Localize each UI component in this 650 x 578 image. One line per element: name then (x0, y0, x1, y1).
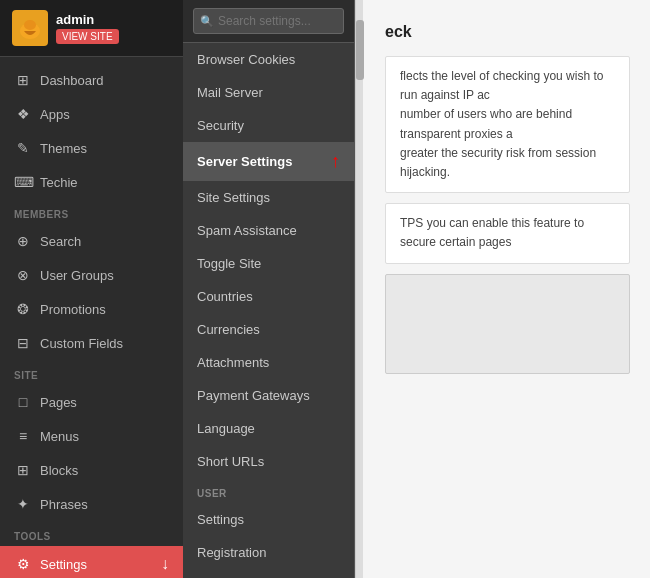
dropdown-item-payment-gateways[interactable]: Payment Gateways (183, 379, 354, 412)
content-text-4: TPS you can enable this feature to secur… (400, 214, 615, 252)
dropdown-item-label: Attachments (197, 355, 269, 370)
sidebar-item-apps[interactable]: ❖ Apps (0, 97, 183, 131)
dropdown-item-short-urls[interactable]: Short URLs (183, 445, 354, 478)
sidebar-item-techie[interactable]: ⌨ Techie (0, 165, 183, 199)
settings-arrow-indicator: ↓ (161, 555, 169, 573)
dropdown-item-browser-cookies[interactable]: Browser Cookies (183, 43, 354, 76)
dropdown-item-label: Site Settings (197, 190, 270, 205)
sidebar-item-label: Techie (40, 175, 78, 190)
search-icon: ⊕ (14, 233, 32, 249)
scrollbar-thumb[interactable] (356, 20, 364, 80)
sidebar-logo (12, 10, 48, 46)
pages-icon: □ (14, 394, 32, 410)
phrases-icon: ✦ (14, 496, 32, 512)
sidebar-item-label: Dashboard (40, 73, 104, 88)
sidebar-item-label: Blocks (40, 463, 78, 478)
sidebar-item-label: Phrases (40, 497, 88, 512)
sidebar-item-label: Menus (40, 429, 79, 444)
members-section-label: MEMBERS (0, 199, 183, 224)
sidebar-item-dashboard[interactable]: ⊞ Dashboard (0, 63, 183, 97)
sidebar-item-menus[interactable]: ≡ Menus (0, 419, 183, 453)
dropdown-item-label: Registration (197, 545, 266, 560)
sidebar-item-custom-fields[interactable]: ⊟ Custom Fields (0, 326, 183, 360)
sidebar-item-label: Custom Fields (40, 336, 123, 351)
sidebar-item-user-groups[interactable]: ⊗ User Groups (0, 258, 183, 292)
server-settings-arrow: ↑ (331, 151, 340, 172)
dropdown-search-container: 🔍 (183, 0, 354, 43)
dropdown-item-label: Short URLs (197, 454, 264, 469)
site-section-label: SITE (0, 360, 183, 385)
sidebar-header: admin VIEW SITE (0, 0, 183, 57)
dropdown-item-attachments[interactable]: Attachments (183, 346, 354, 379)
sidebar-item-label: Settings (40, 557, 87, 572)
sidebar-item-label: Pages (40, 395, 77, 410)
content-block-2: TPS you can enable this feature to secur… (385, 203, 630, 263)
settings-search-input[interactable] (193, 8, 344, 34)
svg-point-1 (24, 20, 36, 30)
dropdown-item-spam-assistance[interactable]: Spam Assistance (183, 214, 354, 247)
dropdown-item-server-settings[interactable]: Server Settings ↑ (183, 142, 354, 181)
content-text-1: flects the level of checking you wish to… (400, 67, 615, 105)
dashboard-icon: ⊞ (14, 72, 32, 88)
dropdown-item-site-settings[interactable]: Site Settings (183, 181, 354, 214)
sidebar-item-phrases[interactable]: ✦ Phrases (0, 487, 183, 521)
sidebar-item-settings[interactable]: ⚙ Settings ↓ (0, 546, 183, 578)
main-inner: eck flects the level of checking you wis… (365, 0, 650, 394)
search-wrapper: 🔍 (193, 8, 344, 34)
content-text-3: greater the security risk from session h… (400, 144, 615, 182)
dropdown-item-label: Security (197, 118, 244, 133)
sidebar-item-label: Search (40, 234, 81, 249)
sidebar-item-blocks[interactable]: ⊞ Blocks (0, 453, 183, 487)
apps-icon: ❖ (14, 106, 32, 122)
sidebar: admin VIEW SITE ⊞ Dashboard ❖ Apps ✎ The… (0, 0, 183, 578)
sidebar-item-promotions[interactable]: ❂ Promotions (0, 292, 183, 326)
settings-icon: ⚙ (14, 556, 32, 572)
dropdown-item-label: Toggle Site (197, 256, 261, 271)
dropdown-item-label: Currencies (197, 322, 260, 337)
dropdown-item-label: Language (197, 421, 255, 436)
page-title: eck (385, 20, 630, 44)
blocks-icon: ⊞ (14, 462, 32, 478)
dropdown-item-registration[interactable]: Registration (183, 536, 354, 569)
settings-dropdown-panel: 🔍 Browser Cookies Mail Server Security S… (183, 0, 355, 578)
dropdown-item-toggle-site[interactable]: Toggle Site (183, 247, 354, 280)
sidebar-item-label: Themes (40, 141, 87, 156)
sidebar-username: admin (56, 12, 119, 27)
custom-fields-icon: ⊟ (14, 335, 32, 351)
sidebar-item-label: Promotions (40, 302, 106, 317)
techie-icon: ⌨ (14, 174, 32, 190)
dropdown-item-security[interactable]: Security (183, 109, 354, 142)
scrollbar-track[interactable] (355, 0, 363, 578)
content-text-2: number of users who are behind transpare… (400, 105, 615, 143)
dropdown-item-label: Payment Gateways (197, 388, 310, 403)
tools-section-label: TOOLS (0, 521, 183, 546)
sidebar-nav: ⊞ Dashboard ❖ Apps ✎ Themes ⌨ Techie MEM… (0, 57, 183, 578)
search-icon: 🔍 (200, 15, 214, 28)
sidebar-item-themes[interactable]: ✎ Themes (0, 131, 183, 165)
dropdown-item-mail-server[interactable]: Mail Server (183, 76, 354, 109)
sidebar-item-pages[interactable]: □ Pages (0, 385, 183, 419)
dropdown-item-label: Settings (197, 512, 244, 527)
dropdown-item-language[interactable]: Language (183, 412, 354, 445)
user-groups-icon: ⊗ (14, 267, 32, 283)
dropdown-item-label: Mail Server (197, 85, 263, 100)
dropdown-item-relationship-statues[interactable]: Relationship Statues (183, 569, 354, 578)
menus-icon: ≡ (14, 428, 32, 444)
dropdown-item-user-settings[interactable]: Settings (183, 503, 354, 536)
dropdown-item-label: Countries (197, 289, 253, 304)
user-section-label: USER (183, 478, 354, 503)
promotions-icon: ❂ (14, 301, 32, 317)
sidebar-item-search[interactable]: ⊕ Search (0, 224, 183, 258)
grey-content-block (385, 274, 630, 374)
dropdown-item-currencies[interactable]: Currencies (183, 313, 354, 346)
dropdown-item-label: Spam Assistance (197, 223, 297, 238)
dropdown-item-label: Server Settings (197, 154, 292, 169)
main-content: eck flects the level of checking you wis… (355, 0, 650, 578)
content-block-1: flects the level of checking you wish to… (385, 56, 630, 193)
dropdown-item-countries[interactable]: Countries (183, 280, 354, 313)
view-site-button[interactable]: VIEW SITE (56, 29, 119, 44)
dropdown-item-label: Browser Cookies (197, 52, 295, 67)
sidebar-item-label: User Groups (40, 268, 114, 283)
sidebar-item-label: Apps (40, 107, 70, 122)
sidebar-user-info: admin VIEW SITE (56, 12, 119, 44)
